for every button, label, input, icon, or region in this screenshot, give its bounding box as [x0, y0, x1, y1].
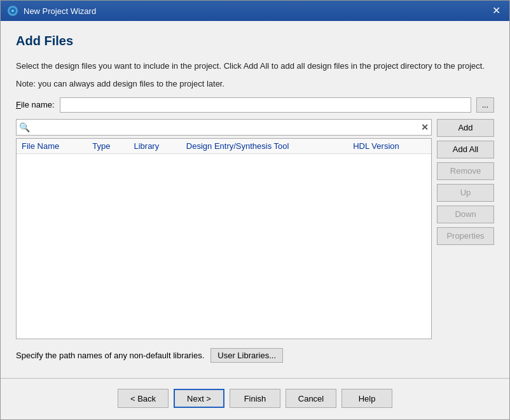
back-button[interactable]: < Back: [118, 389, 169, 408]
col-library: Library: [128, 139, 181, 154]
col-hdl-version: HDL Version: [348, 139, 431, 154]
wizard-icon: [7, 5, 18, 17]
up-button[interactable]: Up: [437, 184, 494, 202]
next-button[interactable]: Next >: [174, 389, 224, 408]
browse-button[interactable]: ...: [476, 97, 494, 113]
search-icon: 🔍: [19, 122, 30, 132]
bottom-note: Specify the path names of any non-defaul…: [16, 348, 494, 363]
remove-button[interactable]: Remove: [437, 162, 494, 180]
col-filename: File Name: [17, 139, 87, 154]
add-all-button[interactable]: Add All: [437, 141, 494, 158]
title-bar-left: New Project Wizard: [7, 5, 96, 17]
page-title: Add Files: [16, 34, 494, 48]
left-panel: 🔍 ✕ File Name Type Library Design Entry/…: [16, 119, 432, 340]
col-design-entry: Design Entry/Synthesis Tool: [181, 139, 348, 154]
add-button[interactable]: Add: [437, 119, 494, 137]
clear-search-icon[interactable]: ✕: [421, 122, 429, 132]
main-area: 🔍 ✕ File Name Type Library Design Entry/…: [16, 119, 494, 340]
close-button[interactable]: ✕: [490, 6, 503, 16]
dialog-content: Add Files Select the design files you wa…: [1, 21, 509, 375]
title-bar-text: New Project Wizard: [24, 6, 96, 16]
file-name-label: File name:: [16, 100, 55, 109]
down-button[interactable]: Down: [437, 206, 494, 223]
note-text: Note: you can always add design files to…: [16, 79, 494, 88]
right-buttons: Add Add All Remove Up Down Properties: [437, 119, 494, 340]
description-text: Select the design files you want to incl…: [16, 60, 494, 73]
svg-point-2: [11, 10, 14, 12]
file-table: File Name Type Library Design Entry/Synt…: [16, 138, 432, 340]
file-name-input[interactable]: [60, 97, 471, 113]
cancel-button[interactable]: Cancel: [286, 389, 336, 408]
files-grid: File Name Type Library Design Entry/Synt…: [17, 139, 431, 154]
col-type: Type: [87, 139, 128, 154]
footer-divider: [1, 378, 509, 379]
title-bar: New Project Wizard ✕: [1, 1, 509, 21]
user-libraries-button[interactable]: User Libraries...: [210, 348, 283, 363]
search-input[interactable]: [32, 122, 421, 132]
search-row: 🔍 ✕: [16, 119, 432, 136]
bottom-note-text: Specify the path names of any non-defaul…: [16, 351, 204, 360]
properties-button[interactable]: Properties: [437, 227, 494, 245]
help-button[interactable]: Help: [341, 389, 392, 408]
footer: < Back Next > Finish Cancel Help: [1, 381, 509, 419]
finish-button[interactable]: Finish: [230, 389, 280, 408]
dialog-window: New Project Wizard ✕ Add Files Select th…: [0, 0, 510, 420]
file-name-row: File name: ...: [16, 97, 494, 113]
